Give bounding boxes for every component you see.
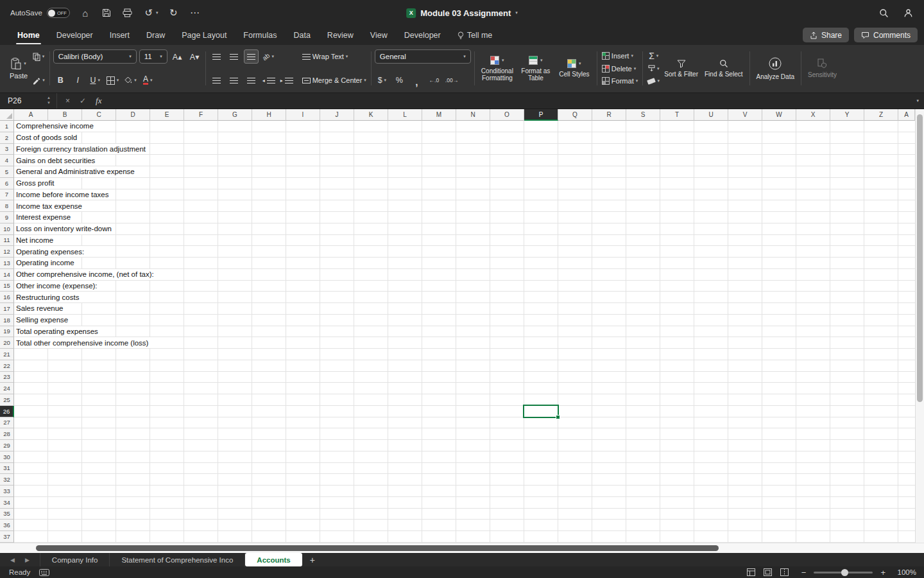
cell-A11[interactable]: Net income (14, 235, 56, 246)
sort-filter-button[interactable]: Sort & Filter (661, 48, 701, 89)
column-header-M[interactable]: M (422, 109, 456, 121)
row-header-15[interactable]: 15 (0, 281, 14, 292)
row-header-28[interactable]: 28 (0, 428, 14, 440)
row-header-6[interactable]: 6 (0, 178, 14, 189)
row-header-19[interactable]: 19 (0, 326, 14, 338)
document-title[interactable]: Module 03 Assignment (420, 8, 511, 18)
ribbon-tab-formulas-5[interactable]: Formulas (235, 26, 285, 45)
page-break-view-icon[interactable] (780, 568, 789, 576)
align-center-button[interactable] (227, 73, 241, 87)
column-header-F[interactable]: F (184, 109, 218, 121)
column-header-C[interactable]: C (82, 109, 116, 121)
zoom-level[interactable]: 100% (893, 568, 916, 576)
column-header-Z[interactable]: Z (864, 109, 898, 121)
row-header-23[interactable]: 23 (0, 372, 14, 383)
column-header-L[interactable]: L (388, 109, 422, 121)
row-header-13[interactable]: 13 (0, 258, 14, 269)
ribbon-tab-tell-me-10[interactable]: Tell me (449, 26, 501, 45)
row-header-36[interactable]: 36 (0, 520, 14, 531)
save-icon[interactable] (101, 8, 112, 17)
decrease-font-size-button[interactable]: A▾ (187, 49, 202, 64)
title-chevron-icon[interactable]: ▾ (515, 10, 518, 15)
ribbon-tab-home-0[interactable]: Home (9, 26, 48, 45)
align-top-button[interactable] (209, 49, 224, 64)
row-header-27[interactable]: 27 (0, 417, 14, 429)
page-layout-view-icon[interactable] (764, 568, 772, 576)
selected-cell-P26[interactable] (523, 405, 559, 418)
column-header-R[interactable]: R (592, 109, 626, 121)
cell-A14[interactable]: Other comprehensive income, (net of tax)… (14, 269, 157, 280)
zoom-in-icon[interactable]: + (880, 568, 886, 577)
column-header-J[interactable]: J (320, 109, 354, 121)
cell-A4[interactable]: Gains on debt securities (14, 155, 98, 166)
formula-input[interactable] (110, 93, 916, 109)
ribbon-tab-review-7[interactable]: Review (319, 26, 362, 45)
redo-button[interactable]: ↻ (167, 7, 179, 19)
comma-style-button[interactable]: , (409, 73, 424, 87)
column-header-O[interactable]: O (490, 109, 524, 121)
row-header-11[interactable]: 11 (0, 235, 14, 247)
row-header-3[interactable]: 3 (0, 144, 14, 155)
format-cells-button[interactable]: Format▾ (601, 74, 639, 87)
merge-center-button[interactable]: Merge & Center ▾ (301, 73, 368, 87)
ribbon-tab-developer-9[interactable]: Developer (396, 26, 449, 45)
column-header-N[interactable]: N (456, 109, 490, 121)
column-header-T[interactable]: T (660, 109, 694, 121)
sheet-tab-accounts[interactable]: Accounts (245, 553, 302, 566)
decrease-decimal-button[interactable]: .00→ (444, 73, 459, 87)
column-header-W[interactable]: W (762, 109, 796, 121)
cell-A15[interactable]: Other income (expense): (14, 281, 101, 292)
conditional-formatting-button[interactable]: ▾ Conditional Formatting (478, 48, 517, 89)
cell-A16[interactable]: Restructuring costs (14, 292, 82, 302)
paste-button[interactable]: ▾ Paste (6, 48, 31, 89)
row-header-1[interactable]: 1 (0, 121, 14, 132)
name-box[interactable]: P26 ▲▼ (0, 93, 56, 109)
column-header-S[interactable]: S (626, 109, 660, 121)
font-size-select[interactable]: 11▾ (139, 49, 167, 64)
cell-A17[interactable]: Sales revenue (14, 303, 67, 314)
column-header-H[interactable]: H (252, 109, 286, 121)
column-header-A[interactable]: A (14, 109, 48, 121)
cell-A2[interactable]: Cost of goods sold (14, 132, 80, 143)
fill-color-button[interactable]: ▾ (123, 73, 138, 87)
underline-button[interactable]: U▾ (88, 73, 103, 87)
row-header-32[interactable]: 32 (0, 474, 14, 486)
cell-A13[interactable]: Operating income (14, 258, 78, 268)
row-header-34[interactable]: 34 (0, 497, 14, 509)
row-header-35[interactable]: 35 (0, 509, 14, 520)
percent-style-button[interactable]: % (392, 73, 407, 87)
row-header-29[interactable]: 29 (0, 440, 14, 451)
row-header-5[interactable]: 5 (0, 166, 14, 178)
orientation-button[interactable]: ab▾ (261, 49, 276, 64)
row-header-20[interactable]: 20 (0, 337, 14, 349)
vertical-scrollbar[interactable] (915, 109, 924, 543)
vertical-scrollbar-thumb[interactable] (917, 114, 923, 402)
normal-view-icon[interactable] (747, 568, 755, 576)
sheet-canvas[interactable]: Comprehensive incomeCost of goods soldFo… (14, 121, 915, 543)
cell-A12[interactable]: Operating expenses: (14, 246, 87, 257)
autosave-control[interactable]: AutoSave OFF (10, 8, 70, 18)
clear-button[interactable]: ▾ (646, 74, 661, 87)
sheet-tab-company-info[interactable]: Company Info (40, 553, 110, 566)
row-header-9[interactable]: 9 (0, 212, 14, 223)
cell-A7[interactable]: Income before income taxes (14, 189, 112, 200)
italic-button[interactable]: I (71, 73, 85, 87)
bold-button[interactable]: B (53, 73, 68, 87)
cell-A10[interactable]: Loss on inventory write-down (14, 223, 115, 234)
row-header-7[interactable]: 7 (0, 189, 14, 201)
font-color-button[interactable]: A▾ (141, 73, 155, 87)
row-header-33[interactable]: 33 (0, 486, 14, 497)
column-header-P[interactable]: P (524, 109, 558, 121)
row-header-30[interactable]: 30 (0, 451, 14, 463)
keyboard-icon[interactable] (39, 569, 49, 576)
comments-button[interactable]: Comments (854, 28, 918, 42)
ribbon-tab-data-6[interactable]: Data (285, 26, 318, 45)
cell-A9[interactable]: Interest expense (14, 212, 74, 223)
horizontal-scrollbar-thumb[interactable] (36, 545, 719, 551)
ribbon-tab-view-8[interactable]: View (362, 26, 396, 45)
enter-icon[interactable]: ✓ (80, 96, 86, 105)
print-icon[interactable] (122, 8, 133, 17)
sheet-tab-statement-of-comprehensive-inco[interactable]: Statement of Comprehensive Inco (110, 553, 245, 566)
previous-sheet-icon[interactable]: ◀ (10, 557, 15, 563)
zoom-slider[interactable] (814, 572, 873, 574)
